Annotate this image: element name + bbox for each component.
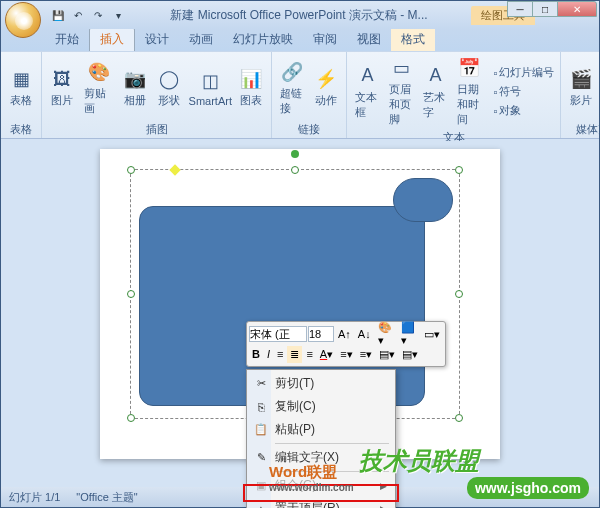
menu-item[interactable]: 📋粘贴(P) (249, 418, 393, 441)
ribbon-button[interactable]: 🎨剪贴画 (80, 58, 117, 118)
maximize-button[interactable]: □ (532, 1, 558, 17)
grow-font-icon[interactable]: A↑ (335, 326, 354, 342)
ribbon-small-button[interactable]: ▫幻灯片编号 (491, 64, 556, 81)
align-right-icon[interactable]: ≡ (303, 346, 315, 362)
ribbon-button[interactable]: ▭页眉和页脚 (385, 54, 417, 129)
resize-handle[interactable] (127, 414, 135, 422)
动作-icon: ⚡ (314, 67, 338, 91)
ribbon-tabs: 开始 插入 设计 动画 幻灯片放映 审阅 视图 格式 (1, 29, 599, 51)
outline-icon[interactable]: ▭▾ (421, 326, 443, 343)
save-icon[interactable]: 💾 (49, 6, 67, 24)
ribbon-button[interactable]: ◫SmartArt (187, 67, 233, 109)
tab-slideshow[interactable]: 幻灯片放映 (223, 28, 303, 51)
fill-icon[interactable]: 🟦▾ (398, 319, 420, 349)
align-left-icon[interactable]: ≡ (274, 346, 286, 362)
mini-toolbar: A↑ A↓ 🎨▾ 🟦▾ ▭▾ B I ≡ ≣ ≡ A▾ ≡▾ ≡▾ ▤▾ ▤▾ (246, 321, 446, 367)
arrange-icon[interactable]: ▤▾ (376, 346, 398, 363)
numbering-icon[interactable]: ≡▾ (357, 346, 375, 363)
watermark: Word联盟www.wordlm.com (269, 463, 354, 493)
shrink-font-icon[interactable]: A↓ (355, 326, 374, 342)
bold-icon[interactable]: B (249, 346, 263, 362)
watermark: 技术员联盟 (359, 445, 479, 477)
group-illustrations: 🖼图片🎨剪贴画📷相册◯形状◫SmartArt📊图表 插图 (42, 52, 272, 138)
剪贴画-icon: 🎨 (87, 60, 111, 84)
group-tables: ▦表格 表格 (1, 52, 42, 138)
resize-handle[interactable] (127, 166, 135, 174)
bullets-icon[interactable]: ≡▾ (337, 346, 355, 363)
group-label: 媒体剪辑 (565, 121, 600, 138)
形状-icon: ◯ (157, 67, 181, 91)
group-text: A文本框▭页眉和页脚A艺术字📅日期和时间▫幻灯片编号▫符号▫对象 文本 (347, 52, 561, 138)
menu-item[interactable]: ✂剪切(T) (249, 372, 393, 395)
close-button[interactable]: ✕ (557, 1, 597, 17)
日期和时间-icon: 📅 (457, 56, 481, 80)
ribbon-button[interactable]: 🔗超链接 (276, 58, 308, 118)
slide-counter: 幻灯片 1/1 (9, 490, 60, 505)
group-label: 链接 (276, 121, 342, 138)
ribbon-button[interactable]: ◯形状 (153, 65, 185, 110)
ribbon-button[interactable]: ▦表格 (5, 65, 37, 110)
group-media: 🎬影片🔊声音 媒体剪辑 (561, 52, 600, 138)
app-window: 💾 ↶ ↷ ▾ 新建 Microsoft Office PowerPoint 演… (0, 0, 600, 508)
tab-format[interactable]: 格式 (391, 28, 435, 51)
menu-item[interactable]: ⎘复制(C) (249, 395, 393, 418)
resize-handle[interactable] (291, 166, 299, 174)
menu-icon: ✎ (253, 450, 269, 466)
rotate-handle[interactable] (291, 150, 299, 158)
quick-access-toolbar: 💾 ↶ ↷ ▾ (49, 6, 127, 24)
italic-icon[interactable]: I (264, 346, 273, 362)
tab-home[interactable]: 开始 (45, 28, 89, 51)
minimize-button[interactable]: ─ (507, 1, 533, 17)
menu-icon: ✂ (253, 376, 269, 392)
resize-handle[interactable] (127, 290, 135, 298)
ribbon-button[interactable]: 📅日期和时间 (453, 54, 485, 129)
qat-more-icon[interactable]: ▾ (109, 6, 127, 24)
图表-icon: 📊 (239, 67, 263, 91)
表格-icon: ▦ (9, 67, 33, 91)
effects-icon[interactable]: ▤▾ (399, 346, 421, 363)
ribbon-button[interactable]: 📷相册 (119, 65, 151, 110)
页眉和页脚-icon: ▭ (389, 56, 413, 80)
group-label: 插图 (46, 121, 267, 138)
menu-icon: ⎘ (253, 399, 269, 415)
font-color-icon[interactable]: A▾ (317, 346, 336, 363)
menu-icon: 📋 (253, 422, 269, 438)
group-links: 🔗超链接⚡动作 链接 (272, 52, 347, 138)
艺术字-icon: A (423, 64, 447, 88)
tab-animation[interactable]: 动画 (179, 28, 223, 51)
ribbon-button[interactable]: 🎬影片 (565, 65, 597, 110)
resize-handle[interactable] (455, 166, 463, 174)
window-title: 新建 Microsoft Office PowerPoint 演示文稿 - M.… (127, 7, 471, 24)
font-family-input[interactable] (249, 326, 307, 342)
ribbon-button[interactable]: A艺术字 (419, 62, 451, 122)
style-icon[interactable]: 🎨▾ (375, 319, 397, 349)
ribbon-button[interactable]: 🖼图片 (46, 65, 78, 110)
ribbon-small-button[interactable]: ▫符号 (491, 83, 556, 100)
相册-icon: 📷 (123, 67, 147, 91)
tab-design[interactable]: 设计 (135, 28, 179, 51)
font-size-input[interactable] (308, 326, 334, 342)
ribbon-button[interactable]: A文本框 (351, 62, 383, 122)
watermark: www.jsgho.com (467, 477, 589, 499)
resize-handle[interactable] (455, 414, 463, 422)
redo-icon[interactable]: ↷ (89, 6, 107, 24)
ribbon-button[interactable]: 📊图表 (235, 65, 267, 110)
office-button[interactable] (5, 2, 41, 38)
图片-icon: 🖼 (50, 67, 74, 91)
ribbon-button[interactable]: ⚡动作 (310, 65, 342, 110)
undo-icon[interactable]: ↶ (69, 6, 87, 24)
group-label: 表格 (5, 121, 37, 138)
影片-icon: 🎬 (569, 67, 593, 91)
ribbon-small-button[interactable]: ▫对象 (491, 102, 556, 119)
theme-label: "Office 主题" (76, 490, 137, 505)
adjust-handle[interactable] (169, 164, 180, 175)
SmartArt-icon: ◫ (198, 69, 222, 93)
tab-review[interactable]: 审阅 (303, 28, 347, 51)
tab-insert[interactable]: 插入 (89, 27, 135, 51)
超链接-icon: 🔗 (280, 60, 304, 84)
tab-view[interactable]: 视图 (347, 28, 391, 51)
文本框-icon: A (355, 64, 379, 88)
resize-handle[interactable] (455, 290, 463, 298)
titlebar: 💾 ↶ ↷ ▾ 新建 Microsoft Office PowerPoint 演… (1, 1, 599, 29)
align-center-icon[interactable]: ≣ (287, 346, 302, 363)
